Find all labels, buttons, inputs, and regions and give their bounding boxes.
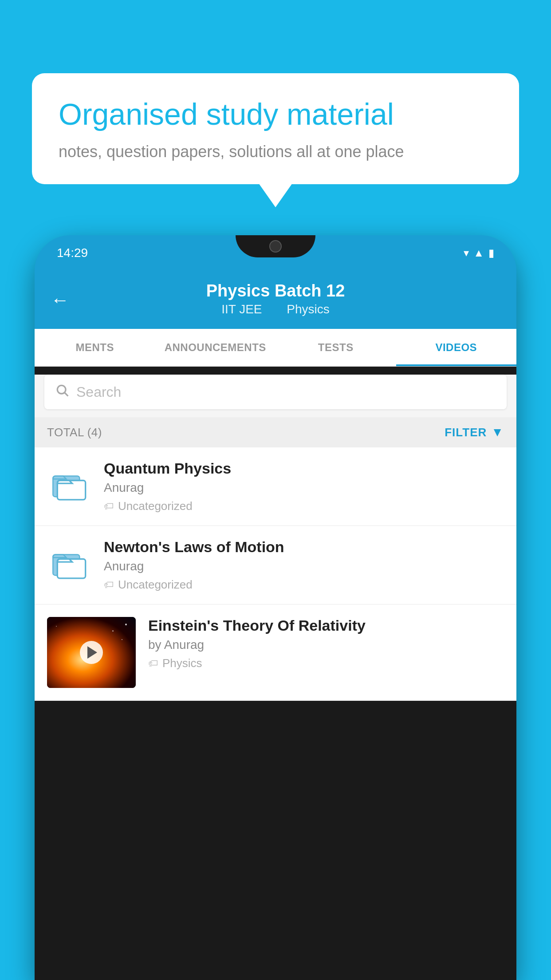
video-title-1: Quantum Physics xyxy=(104,460,504,477)
total-count: TOTAL (4) xyxy=(47,426,102,439)
camera-icon xyxy=(269,240,282,253)
app-bar-title-group: Physics Batch 12 IIT JEE Physics xyxy=(206,281,345,316)
subtitle-physics: Physics xyxy=(287,302,329,316)
video-item-newtons-laws[interactable]: Newton's Laws of Motion Anurag 🏷 Uncateg… xyxy=(35,526,516,605)
tag-icon-2: 🏷 xyxy=(104,579,114,591)
status-time: 14:29 xyxy=(57,246,88,260)
tab-announcements[interactable]: ANNOUNCEMENTS xyxy=(155,329,276,366)
app-bar-subtitle: IIT JEE Physics xyxy=(206,302,345,316)
filter-button[interactable]: FILTER ▼ xyxy=(445,425,504,439)
video-tag-label-2: Uncategorized xyxy=(118,578,193,592)
wifi-icon: ▾ xyxy=(464,247,469,259)
app-bar-title: Physics Batch 12 xyxy=(206,281,345,300)
subtitle-iitjee: IIT JEE xyxy=(221,302,262,316)
search-icon xyxy=(55,383,69,401)
filter-label: FILTER xyxy=(445,426,487,439)
tab-tests[interactable]: TESTS xyxy=(276,329,396,366)
tabs-bar: MENTS ANNOUNCEMENTS TESTS VIDEOS xyxy=(35,329,516,367)
speech-bubble-subtitle: notes, question papers, solutions all at… xyxy=(59,142,492,161)
phone-frame: 14:29 ▾ ▲ ▮ ← Physics Batch 12 IIT JEE P… xyxy=(35,235,516,980)
video-tag-3: 🏷 Physics xyxy=(148,656,504,670)
screen-content: Search TOTAL (4) FILTER ▼ xyxy=(35,375,516,701)
video-author-3: by Anurag xyxy=(148,638,504,652)
svg-line-1 xyxy=(65,393,68,396)
video-item-info-3: Einstein's Theory Of Relativity by Anura… xyxy=(148,617,504,670)
video-title-3: Einstein's Theory Of Relativity xyxy=(148,617,504,634)
battery-icon: ▮ xyxy=(488,247,494,259)
video-item-info-1: Quantum Physics Anurag 🏷 Uncategorized xyxy=(104,460,504,513)
tab-videos[interactable]: VIDEOS xyxy=(396,329,517,366)
video-author-2: Anurag xyxy=(104,559,504,573)
search-bar[interactable]: Search xyxy=(44,375,507,409)
video-folder-icon-1 xyxy=(47,462,91,507)
tag-icon-3: 🏷 xyxy=(148,658,158,669)
svg-point-0 xyxy=(57,385,66,394)
app-bar: ← Physics Batch 12 IIT JEE Physics xyxy=(35,271,516,329)
speech-bubble-title: Organised study material xyxy=(59,96,492,133)
video-thumbnail-3 xyxy=(47,617,136,688)
video-tag-label-3: Physics xyxy=(162,656,202,670)
tab-ments[interactable]: MENTS xyxy=(35,329,155,366)
status-icons: ▾ ▲ ▮ xyxy=(464,247,494,259)
play-button-3[interactable] xyxy=(80,641,103,664)
status-bar: 14:29 ▾ ▲ ▮ xyxy=(35,235,516,271)
video-author-1: Anurag xyxy=(104,481,504,495)
search-input[interactable]: Search xyxy=(76,384,121,400)
filter-row: TOTAL (4) FILTER ▼ xyxy=(35,417,516,447)
video-item-einsteins-theory[interactable]: Einstein's Theory Of Relativity by Anura… xyxy=(35,605,516,701)
video-item-info-2: Newton's Laws of Motion Anurag 🏷 Uncateg… xyxy=(104,538,504,592)
play-triangle-icon xyxy=(87,646,97,659)
video-folder-icon-2 xyxy=(47,541,91,585)
video-title-2: Newton's Laws of Motion xyxy=(104,538,504,556)
phone-notch xyxy=(236,235,315,257)
filter-icon: ▼ xyxy=(491,425,504,439)
video-item-quantum-physics[interactable]: Quantum Physics Anurag 🏷 Uncategorized xyxy=(35,447,516,526)
video-tag-label-1: Uncategorized xyxy=(118,499,193,513)
signal-icon: ▲ xyxy=(473,247,484,259)
video-tag-2: 🏷 Uncategorized xyxy=(104,578,504,592)
speech-bubble: Organised study material notes, question… xyxy=(32,73,519,184)
back-button[interactable]: ← xyxy=(51,289,69,311)
video-tag-1: 🏷 Uncategorized xyxy=(104,499,504,513)
tag-icon-1: 🏷 xyxy=(104,501,114,512)
